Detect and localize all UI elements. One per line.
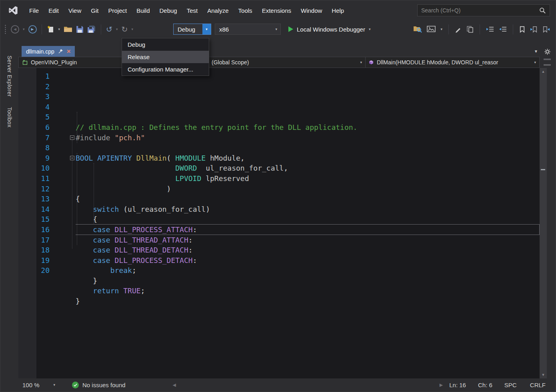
menu-test[interactable]: Test — [182, 4, 203, 17]
code-line[interactable]: // dllmain.cpp : Defines the entry point… — [76, 122, 540, 133]
code-line[interactable]: { — [76, 214, 540, 225]
chevron-down-icon[interactable]: ▾ — [23, 28, 25, 31]
line-number[interactable]: 13 — [36, 194, 52, 204]
vertical-scrollbar[interactable]: ▲ ▼ — [540, 68, 547, 378]
code-line[interactable]: { — [76, 194, 540, 204]
menu-item-release[interactable]: Release — [122, 51, 209, 63]
chevron-down-icon[interactable]: ▾ — [369, 28, 371, 31]
menu-build[interactable]: Build — [132, 4, 154, 17]
collapse-marker[interactable] — [70, 156, 74, 160]
chevron-down-icon[interactable]: ▾ — [53, 383, 55, 387]
copy-icon[interactable] — [466, 24, 474, 34]
line-number[interactable]: 20 — [36, 265, 52, 276]
code-line[interactable]: } — [76, 296, 540, 306]
chevron-down-icon[interactable]: ▾ — [202, 24, 211, 34]
start-debugging-button[interactable]: Local Windows Debugger ▾ — [286, 23, 373, 35]
indent-increase-icon[interactable] — [499, 24, 507, 34]
code-line[interactable]: case DLL_PROCESS_ATTACH: — [76, 225, 540, 235]
line-number[interactable]: 18 — [36, 245, 52, 255]
code-line[interactable]: switch (ul_reason_for_call) — [76, 204, 540, 215]
menu-edit[interactable]: Edit — [44, 4, 64, 17]
chevron-down-icon[interactable]: ▾ — [58, 28, 60, 31]
scroll-left-icon[interactable]: ◀ — [173, 382, 176, 388]
next-bookmark-icon[interactable] — [542, 24, 550, 34]
pin-icon[interactable] — [58, 49, 63, 54]
menu-view[interactable]: View — [64, 4, 86, 17]
line-number[interactable]: 16 — [36, 225, 52, 235]
close-icon[interactable]: × — [67, 48, 71, 55]
previous-bookmark-icon[interactable] — [530, 24, 538, 34]
bookmark-icon[interactable] — [519, 24, 525, 34]
find-in-files-icon[interactable] — [413, 24, 422, 34]
chevron-down-icon[interactable]: ▾ — [358, 61, 362, 64]
menu-item-configuration-manager[interactable]: Configuration Manager... — [122, 63, 209, 76]
line-number[interactable]: 19 — [36, 255, 52, 266]
chevron-down-icon[interactable]: ▾ — [440, 28, 442, 31]
menu-analyze[interactable]: Analyze — [202, 4, 233, 17]
solution-platform-dropdown[interactable]: x86 ▾ — [215, 24, 281, 35]
line-number[interactable]: 17 — [36, 235, 52, 245]
code-line[interactable]: case DLL_PROCESS_DETACH: — [76, 255, 540, 266]
solution-configuration-dropdown[interactable]: Debug ▾ — [173, 24, 211, 35]
line-number[interactable]: 2 — [36, 82, 52, 92]
chevron-down-icon[interactable]: ▾ — [116, 28, 118, 31]
zoom-dropdown[interactable]: 100 % ▾ — [22, 382, 58, 388]
tab-dllmain-cpp[interactable]: dllmain.cpp × — [22, 46, 75, 57]
line-number[interactable]: 10 — [36, 163, 52, 173]
chevron-down-icon[interactable]: ▾ — [532, 61, 536, 64]
indent-decrease-icon[interactable] — [486, 24, 494, 34]
line-number[interactable]: 1 — [36, 71, 52, 82]
scroll-up-icon[interactable]: ▲ — [540, 70, 547, 74]
code-line[interactable] — [76, 143, 540, 153]
line-number[interactable]: 4 — [36, 102, 52, 112]
code-line[interactable]: return TRUE; — [76, 286, 540, 296]
code-line[interactable]: } — [76, 276, 540, 286]
line-number[interactable]: 15 — [36, 214, 52, 225]
toolbox-tab[interactable]: Toolbox — [6, 107, 13, 127]
menu-help[interactable]: Help — [327, 4, 349, 17]
menu-file[interactable]: File — [24, 4, 44, 17]
menu-window[interactable]: Window — [296, 4, 327, 17]
code-line[interactable]: ) — [76, 184, 540, 194]
toolbar-grip[interactable] — [4, 24, 6, 34]
code-line[interactable]: BOOL APIENTRY DllMain( HMODULE hModule, — [76, 153, 540, 163]
scroll-down-icon[interactable]: ▼ — [540, 373, 547, 377]
menu-extensions[interactable]: Extensions — [257, 4, 296, 17]
tab-list-chevron-icon[interactable]: ▼ — [534, 49, 538, 54]
line-number[interactable]: 3 — [36, 92, 52, 102]
undo-icon[interactable]: ↺ — [106, 24, 112, 34]
menu-git[interactable]: Git — [86, 4, 103, 17]
status-insert-mode[interactable]: SPC — [504, 382, 518, 388]
navigate-backward-icon[interactable]: ◀ — [11, 25, 19, 34]
status-line[interactable]: Ln: 16 — [449, 382, 466, 388]
search-box[interactable]: Search (Ctrl+Q) — [417, 4, 550, 16]
preview-image-icon[interactable] — [427, 24, 436, 34]
fold-gutter[interactable] — [69, 68, 76, 378]
server-explorer-tab[interactable]: Server Explorer — [6, 56, 13, 97]
rename-icon[interactable] — [455, 24, 462, 34]
open-file-icon[interactable] — [64, 24, 72, 34]
status-line-ending[interactable]: CRLF — [530, 382, 546, 388]
line-number[interactable]: 5 — [36, 112, 52, 122]
health-status[interactable]: No issues found — [82, 382, 126, 388]
code-area[interactable]: // dllmain.cpp : Defines the entry point… — [76, 68, 540, 378]
search-icon[interactable] — [539, 7, 546, 14]
menu-project[interactable]: Project — [103, 4, 132, 17]
horizontal-scrollbar[interactable]: ◀ ▶ — [173, 382, 443, 388]
collapse-marker[interactable] — [70, 135, 74, 140]
code-line[interactable]: break; — [76, 265, 540, 276]
line-number[interactable]: 8 — [36, 143, 52, 153]
save-all-icon[interactable] — [87, 24, 96, 34]
gear-icon[interactable] — [544, 48, 551, 55]
line-number[interactable]: 11 — [36, 173, 52, 184]
code-line[interactable]: #include "pch.h" — [76, 133, 540, 143]
line-number-gutter[interactable]: 1234567891011121314151617181920 — [36, 68, 52, 378]
save-icon[interactable] — [76, 24, 84, 34]
code-line[interactable] — [76, 316, 540, 327]
member-dropdown[interactable]: DllMain(HMODULE hModule, DWORD ul_reasor… — [365, 57, 540, 68]
chevron-down-icon[interactable]: ▾ — [275, 28, 280, 31]
status-column[interactable]: Ch: 6 — [478, 382, 492, 388]
health-check-icon[interactable] — [72, 382, 79, 388]
line-number[interactable]: 9 — [36, 153, 52, 163]
code-line[interactable]: case DLL_THREAD_ATTACH: — [76, 235, 540, 245]
